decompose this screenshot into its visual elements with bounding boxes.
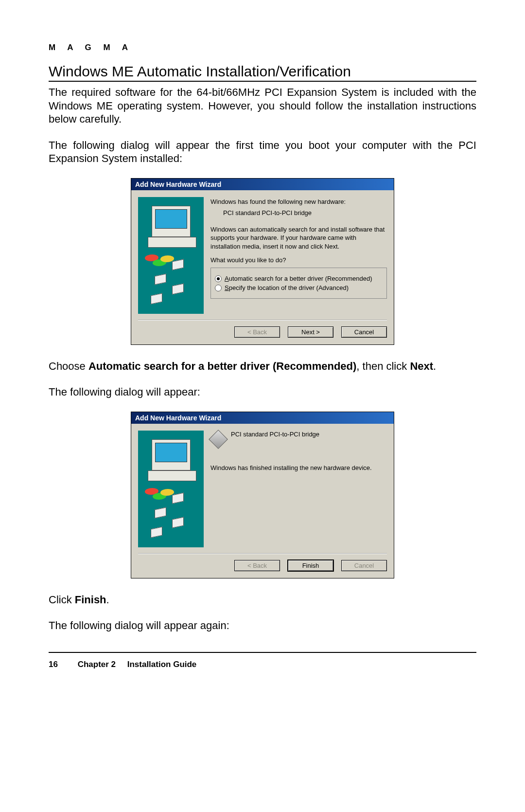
section-heading: Windows ME Automatic Installation/Verifi… xyxy=(49,63,476,82)
add-hardware-wizard-dialog: Add New Hardware Wizard PCI standard PCI… xyxy=(131,412,394,578)
next-button[interactable]: Next > xyxy=(288,326,333,338)
dialog-body: Windows has found the following new hard… xyxy=(131,190,394,317)
dialog-titlebar: Add New Hardware Wizard xyxy=(131,179,394,190)
found-hardware-text: Windows has found the following new hard… xyxy=(210,198,387,205)
paragraph: Choose Automatic search for a better dri… xyxy=(49,360,476,373)
radio-label: Automatic search for a better driver (Re… xyxy=(225,275,372,282)
hardware-device-name: PCI standard PCI-to-PCI bridge xyxy=(223,209,387,217)
wizard-side-art xyxy=(138,197,204,314)
screenshot-figure: Add New Hardware Wizard PCI standard PCI… xyxy=(49,412,476,578)
radio-option-specify[interactable]: Specify the location of the driver (Adva… xyxy=(215,284,383,291)
radio-label: Specify the location of the driver (Adva… xyxy=(225,284,349,291)
paragraph: The following dialog will appear again: xyxy=(49,619,476,632)
footer-chapter: Chapter 2 xyxy=(78,660,116,669)
dialog-button-row: < Back Finish Cancel xyxy=(131,554,394,578)
wizard-description: Windows can automatically search for and… xyxy=(210,225,387,251)
paragraph: The required software for the 64-bit/66M… xyxy=(49,86,476,126)
cancel-button: Cancel xyxy=(341,560,387,571)
dialog-content: PCI standard PCI-to-PCI bridge Windows h… xyxy=(210,431,387,547)
wizard-finished-text: Windows has finished installing the new … xyxy=(210,464,387,472)
dialog-titlebar: Add New Hardware Wizard xyxy=(131,412,394,424)
brand-header: M A G M A xyxy=(49,43,476,53)
page-footer: 16 Chapter 2 Installation Guide xyxy=(49,652,476,669)
hardware-device-name: PCI standard PCI-to-PCI bridge xyxy=(231,431,319,438)
add-hardware-wizard-dialog: Add New Hardware Wizard Windows has foun… xyxy=(131,178,394,345)
page-number: 16 xyxy=(49,660,58,669)
back-button: < Back xyxy=(234,560,280,571)
back-button: < Back xyxy=(234,326,280,338)
footer-title: Installation Guide xyxy=(127,660,197,669)
finish-button[interactable]: Finish xyxy=(288,560,333,571)
dialog-button-row: < Back Next > Cancel xyxy=(131,321,394,344)
radio-selected-icon xyxy=(215,275,222,282)
paragraph: Click Finish. xyxy=(49,593,476,607)
device-icon xyxy=(209,430,228,449)
paragraph: The following dialog will appear the fir… xyxy=(49,139,476,165)
paragraph: The following dialog will appear: xyxy=(49,385,476,399)
radio-option-automatic[interactable]: Automatic search for a better driver (Re… xyxy=(215,275,383,282)
wizard-prompt: What would you like to do? xyxy=(210,256,387,264)
dialog-content: Windows has found the following new hard… xyxy=(210,197,387,314)
radio-group: Automatic search for a better driver (Re… xyxy=(210,268,387,299)
dialog-body: PCI standard PCI-to-PCI bridge Windows h… xyxy=(131,424,394,550)
cancel-button[interactable]: Cancel xyxy=(341,326,387,338)
manual-page: M A G M A Windows ME Automatic Installat… xyxy=(0,0,525,812)
radio-unselected-icon xyxy=(215,285,222,291)
wizard-side-art xyxy=(138,431,204,547)
screenshot-figure: Add New Hardware Wizard Windows has foun… xyxy=(49,178,476,345)
